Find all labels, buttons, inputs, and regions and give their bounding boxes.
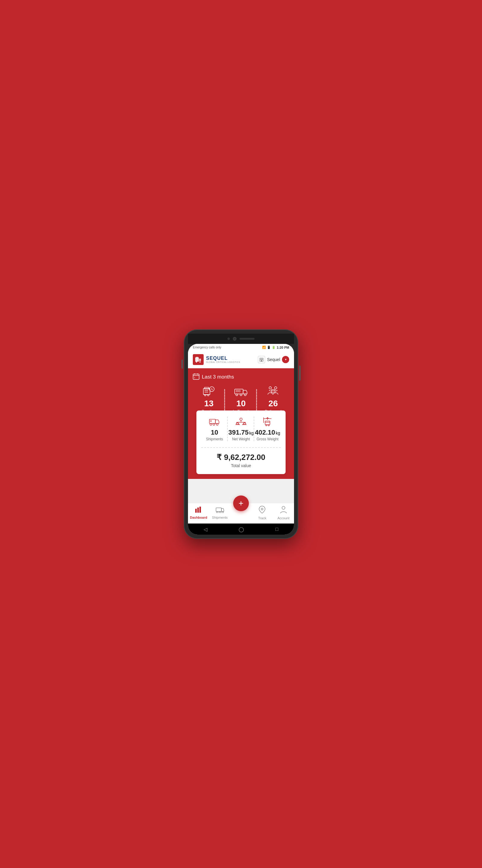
dashboard-icon: [195, 506, 202, 515]
svg-point-58: [219, 512, 221, 513]
net-weight-unit: kg: [249, 431, 254, 435]
wifi-icon: 📶: [262, 346, 266, 349]
svg-point-39: [213, 424, 215, 425]
company-name: Sequel: [267, 357, 280, 362]
svg-line-23: [212, 390, 213, 390]
android-nav-bar: ◁ ◯ □: [188, 524, 294, 535]
svg-rect-6: [261, 359, 262, 359]
delivered-icon: [267, 386, 280, 397]
svg-rect-53: [195, 509, 197, 513]
net-weight-value: 391.75: [228, 429, 249, 436]
svg-point-57: [216, 512, 218, 513]
logo-area: SEQUEL GLOBAL CRITICAL LOGISTICS: [193, 354, 240, 365]
logo-icon: [193, 354, 204, 365]
track-icon: [259, 506, 265, 516]
period-label: 3 Last 3 months: [193, 373, 289, 381]
net-weight-icon: [235, 416, 247, 427]
svg-rect-31: [236, 390, 238, 392]
svg-rect-8: [260, 360, 261, 360]
stats-row: 13 Pending: [193, 386, 289, 413]
gross-weight-icon: [262, 416, 273, 427]
svg-rect-47: [265, 421, 270, 425]
svg-point-40: [216, 424, 218, 425]
speaker-grille: [239, 338, 255, 340]
stat-in-transit: 10 In-Transit: [225, 386, 257, 413]
nav-dashboard[interactable]: Dashboard: [188, 506, 209, 519]
battery-icon: 🔋: [272, 346, 275, 349]
svg-rect-9: [261, 360, 262, 360]
status-bar: Emergency calls only 📶 📱 🔋 1:20 PM: [188, 344, 294, 351]
dashboard-section: 3 Last 3 months: [188, 368, 294, 479]
svg-rect-7: [262, 359, 263, 359]
svg-point-59: [222, 512, 223, 513]
svg-point-2: [196, 361, 197, 363]
home-button[interactable]: ◯: [238, 527, 244, 532]
phone-device: Emergency calls only 📶 📱 🔋 1:20 PM: [184, 330, 298, 539]
pending-count: 13: [204, 399, 214, 408]
svg-point-28: [236, 394, 238, 396]
svg-rect-11: [261, 361, 262, 361]
svg-rect-18: [204, 387, 209, 389]
svg-rect-35: [271, 390, 275, 393]
nav-account[interactable]: Account: [273, 506, 294, 520]
building-icon: [258, 356, 265, 363]
svg-rect-5: [260, 359, 261, 359]
back-button[interactable]: ◁: [204, 527, 207, 532]
svg-point-60: [261, 508, 263, 510]
net-weight-label: Net Weight: [232, 437, 250, 441]
total-value-section: ₹ 9,62,272.00 Total value: [201, 453, 281, 468]
svg-point-3: [199, 361, 201, 363]
svg-rect-10: [262, 360, 263, 360]
shipments-card-icon: [209, 416, 220, 427]
shipments-icon: [216, 506, 224, 515]
period-text: Last 3 months: [202, 374, 234, 380]
card-shipments: 10 Shipments: [201, 416, 228, 441]
svg-point-30: [244, 394, 246, 396]
in-transit-count: 10: [236, 399, 246, 408]
svg-point-38: [210, 424, 212, 425]
pending-icon: [203, 386, 215, 397]
company-selector[interactable]: Sequel ▾: [258, 356, 289, 363]
bottom-navigation[interactable]: Dashboard Shipments +: [188, 503, 294, 524]
logo-text: SEQUEL GLOBAL CRITICAL LOGISTICS: [206, 355, 240, 363]
in-transit-icon: [234, 386, 248, 397]
svg-rect-27: [235, 389, 243, 394]
nav-shipments[interactable]: Shipments: [209, 506, 230, 519]
gross-weight-value: 402.10: [255, 429, 275, 436]
card-divider: [201, 447, 281, 448]
svg-rect-32: [238, 390, 240, 392]
gross-weight-label: Gross Weight: [257, 437, 278, 441]
svg-rect-54: [197, 507, 199, 513]
svg-text:3: 3: [194, 377, 195, 378]
account-icon: [280, 506, 287, 516]
card-stats-row: 10 Shipments: [201, 416, 281, 441]
svg-rect-0: [195, 358, 199, 362]
svg-point-49: [266, 425, 267, 426]
svg-point-33: [269, 387, 271, 389]
speaker-dot: [233, 337, 236, 341]
stat-pending: 13 Pending: [193, 386, 225, 413]
app-header: SEQUEL GLOBAL CRITICAL LOGISTICS: [188, 351, 294, 368]
nav-track[interactable]: Track: [252, 506, 272, 520]
svg-rect-55: [199, 507, 201, 513]
track-label: Track: [258, 516, 266, 520]
status-carrier: Emergency calls only: [193, 346, 221, 349]
svg-point-42: [240, 418, 242, 421]
card-gross-weight: 402.10 kg Gross Weight: [254, 416, 281, 441]
fab-add-button[interactable]: +: [233, 495, 249, 511]
shipments-count: 10: [211, 429, 218, 436]
summary-card: 10 Shipments: [196, 410, 286, 474]
delivered-count: 26: [268, 399, 278, 408]
front-camera: [227, 338, 230, 340]
svg-rect-56: [216, 508, 221, 512]
logo-subtitle: GLOBAL CRITICAL LOGISTICS: [206, 361, 240, 363]
card-net-weight: 391.75 kg Net Weight: [228, 416, 254, 441]
recents-button[interactable]: □: [275, 527, 278, 532]
svg-point-50: [268, 425, 269, 426]
svg-point-29: [240, 394, 242, 396]
phone-screen: Emergency calls only 📶 📱 🔋 1:20 PM: [188, 344, 294, 535]
gross-weight-unit: kg: [276, 431, 280, 435]
company-dropdown-button[interactable]: ▾: [282, 356, 289, 363]
dashboard-label: Dashboard: [190, 516, 207, 519]
sim-icon: 📱: [267, 346, 270, 349]
